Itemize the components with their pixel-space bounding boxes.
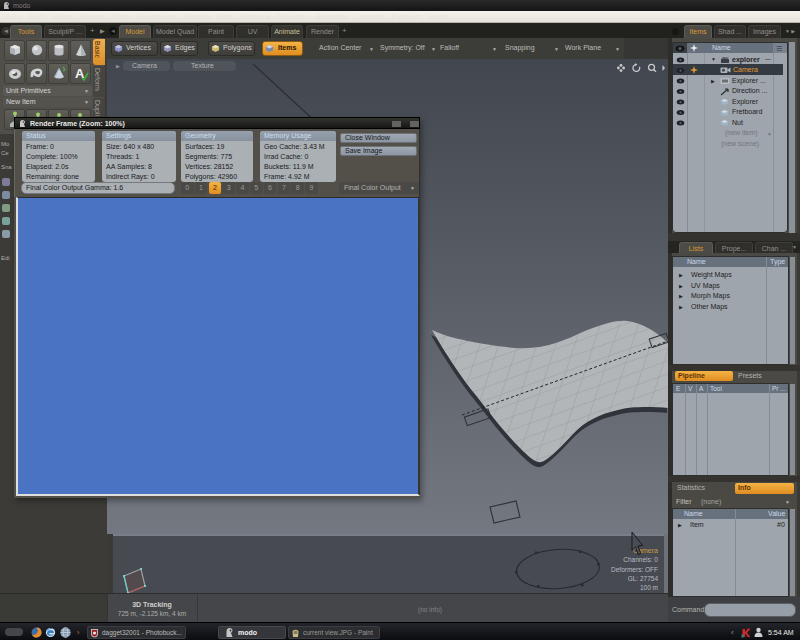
svg-text:☰: ☰ <box>776 45 782 52</box>
